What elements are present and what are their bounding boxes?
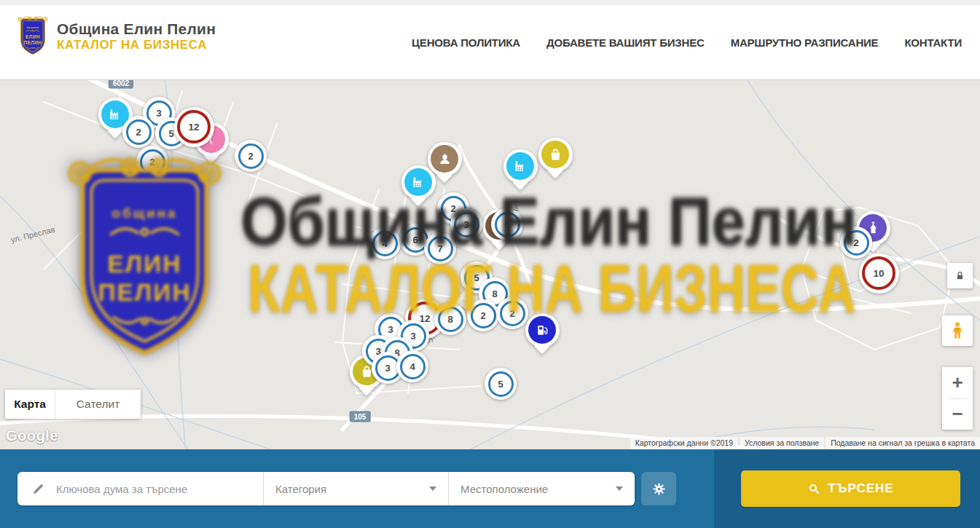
pegman-icon: [947, 320, 968, 341]
cluster-count: 12: [177, 110, 211, 143]
category-dropdown[interactable]: Категория: [263, 472, 448, 505]
advanced-settings-button[interactable]: [641, 472, 676, 505]
svg-text:община: община: [26, 26, 39, 29]
attribution-terms-link[interactable]: Условия за ползване: [740, 437, 824, 449]
search-button-label: ТЪРСЕНЕ: [828, 481, 893, 496]
cluster-marker[interactable]: 10: [859, 253, 899, 293]
main-nav: ЦЕНОВА ПОЛИТИКА ДОБАВЕТЕ ВАШИЯТ БИЗНЕС М…: [412, 5, 962, 80]
factory-pin[interactable]: [503, 149, 538, 184]
cluster-count: 2: [238, 143, 264, 169]
cluster-marker[interactable]: 2: [235, 140, 267, 172]
road-number-label: 105: [350, 411, 371, 422]
map-lock-button[interactable]: [947, 263, 973, 288]
road-number-label: 6002: [109, 80, 133, 89]
svg-text:ПЕЛИН: ПЕЛИН: [24, 40, 42, 45]
map-type-control: Карта Сателит: [5, 390, 141, 419]
keyword-cell: [17, 472, 263, 505]
cluster-count: 2: [126, 119, 152, 145]
cluster-count: 4: [400, 354, 426, 379]
street-view-pegman-button[interactable]: [942, 315, 973, 346]
map-type-map-button[interactable]: Карта: [5, 390, 55, 419]
nav-item-contacts[interactable]: КОНТАКТИ: [904, 36, 962, 49]
municipality-crest-icon: община ЕЛИН ПЕЛИН: [16, 15, 50, 58]
svg-text:ЕЛИН: ЕЛИН: [26, 34, 40, 39]
pencil-icon: [31, 482, 45, 496]
zoom-in-button[interactable]: +: [942, 368, 973, 398]
map-type-satellite-button[interactable]: Сателит: [55, 390, 141, 419]
watermark-title: Община Елин Пелин: [240, 184, 857, 260]
location-dropdown-label: Местоположение: [460, 483, 548, 495]
cluster-count: 5: [488, 371, 514, 397]
worker-icon: [431, 145, 458, 173]
cluster-marker[interactable]: 4: [396, 350, 428, 382]
site-subtitle: КАТАЛОГ НА БИЗНЕСА: [57, 38, 216, 52]
cluster-marker[interactable]: 5: [485, 368, 517, 400]
factory-icon: [506, 152, 534, 180]
zoom-control: + −: [942, 367, 973, 430]
nav-item-pricing[interactable]: ЦЕНОВА ПОЛИТИКА: [412, 36, 520, 49]
keyword-search-input[interactable]: [55, 482, 254, 496]
page-top-strip: [0, 0, 980, 5]
map-canvas[interactable]: 6002105ул. Преславбул. „Новоселщи“ 32512…: [0, 80, 980, 449]
site-title: Община Елин Пелин: [57, 20, 216, 38]
attribution-report-link[interactable]: Подаване на сигнал за грешка в картата: [826, 437, 980, 449]
nav-item-add-business[interactable]: ДОБАВЕТЕ ВАШИЯТ БИЗНЕС: [546, 36, 705, 49]
bag-pin[interactable]: [538, 138, 573, 172]
attribution-copyright: Картографски данни ©2019: [630, 437, 738, 449]
google-logo[interactable]: Google: [6, 427, 58, 444]
svg-text:ЕЛИН: ЕЛИН: [107, 251, 181, 277]
chevron-down-icon: [616, 486, 623, 491]
svg-text:община: община: [112, 205, 178, 221]
watermark-crest-icon: община ЕЛИН ПЕЛИН: [58, 153, 231, 369]
map-attribution: Картографски данни ©2019 Условия за полз…: [629, 436, 980, 449]
lock-icon: [954, 269, 966, 282]
bag-icon: [541, 141, 569, 168]
search-pill: Категория Местоположение: [17, 472, 635, 505]
site-header: община ЕЛИН ПЕЛИН Община Елин Пелин КАТА…: [0, 5, 980, 80]
chevron-down-icon: [429, 486, 436, 491]
search-button[interactable]: ТЪРСЕНЕ: [741, 470, 960, 507]
watermark-subtitle: КАТАЛОГ НА БИЗНЕСА: [248, 251, 856, 327]
worker-pin[interactable]: [428, 142, 462, 176]
magnifier-icon: [807, 482, 820, 495]
gear-icon: [651, 481, 667, 497]
nav-item-timetable[interactable]: МАРШРУТНО РАЗПИСАНИЕ: [731, 36, 879, 49]
category-dropdown-label: Категория: [275, 483, 326, 495]
zoom-out-button[interactable]: −: [942, 399, 973, 430]
location-dropdown[interactable]: Местоположение: [448, 472, 635, 505]
search-bar: Категория Местоположение ТЪРСЕНЕ: [0, 449, 980, 528]
cluster-marker[interactable]: 12: [174, 107, 214, 147]
svg-text:ПЕЛИН: ПЕЛИН: [98, 279, 191, 306]
cluster-marker[interactable]: 2: [122, 116, 154, 148]
site-logo[interactable]: община ЕЛИН ПЕЛИН Община Елин Пелин КАТА…: [16, 15, 216, 58]
cluster-count: 10: [862, 256, 895, 290]
